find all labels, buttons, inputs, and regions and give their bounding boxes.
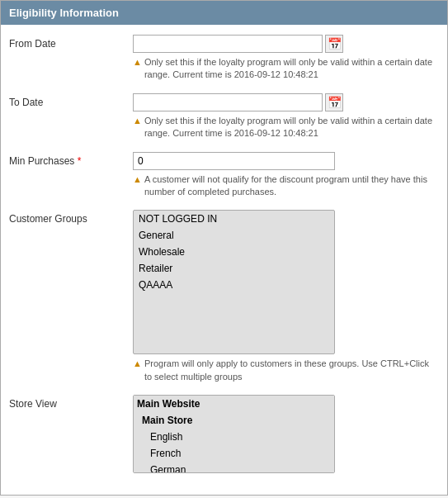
min-purchases-warning-icon: ▲ <box>133 174 142 184</box>
customer-groups-warning-icon: ▲ <box>133 358 142 368</box>
customer-groups-hint: ▲ Program will only apply to customers i… <box>133 358 439 383</box>
store-french[interactable]: French <box>134 445 334 462</box>
group-option-wholesale[interactable]: Wholesale <box>134 244 334 260</box>
from-date-row: From Date 📅 ▲ Only set this if the loyal… <box>9 35 439 82</box>
to-date-hint: ▲ Only set this if the loyalty program w… <box>133 115 439 140</box>
group-option-not-logged-in[interactable]: NOT LOGGED IN <box>134 211 334 227</box>
from-date-label: From Date <box>9 35 133 50</box>
store-main-store[interactable]: Main Store <box>134 412 334 429</box>
to-date-hint-text: Only set this if the loyalty program wil… <box>144 115 439 140</box>
panel-title: Eligibility Information <box>1 1 447 25</box>
store-german[interactable]: German <box>134 462 334 473</box>
group-option-general[interactable]: General <box>134 227 334 244</box>
to-date-warning-icon: ▲ <box>133 116 142 126</box>
to-date-field: 📅 ▲ Only set this if the loyalty program… <box>133 93 439 140</box>
min-purchases-field: ▲ A customer will not qualify for the di… <box>133 152 439 199</box>
customer-groups-field: NOT LOGGED IN General Wholesale Retailer… <box>133 210 439 383</box>
store-view-field: Main Website Main Store English French G… <box>133 395 439 473</box>
eligibility-panel: Eligibility Information From Date 📅 ▲ On… <box>0 0 448 496</box>
store-view-select[interactable]: Main Website Main Store English French G… <box>133 395 335 473</box>
min-purchases-hint-text: A customer will not qualify for the disc… <box>144 173 439 199</box>
from-date-warning-icon: ▲ <box>133 57 142 67</box>
from-date-hint-text: Only set this if the loyalty program wil… <box>144 56 439 82</box>
min-purchases-hint: ▲ A customer will not qualify for the di… <box>133 173 439 199</box>
store-view-label: Store View <box>9 395 133 410</box>
from-date-input[interactable] <box>133 35 323 53</box>
min-purchases-input[interactable] <box>133 152 335 170</box>
to-date-label: To Date <box>9 93 133 108</box>
store-main-website[interactable]: Main Website <box>134 396 334 412</box>
group-option-retailer[interactable]: Retailer <box>134 260 334 277</box>
customer-groups-hint-text: Program will only apply to customers in … <box>144 358 439 383</box>
from-date-hint: ▲ Only set this if the loyalty program w… <box>133 56 439 82</box>
from-date-calendar-icon[interactable]: 📅 <box>325 35 343 53</box>
customer-groups-row: Customer Groups NOT LOGGED IN General Wh… <box>9 210 439 383</box>
store-view-row: Store View Main Website Main Store Engli… <box>9 395 439 473</box>
customer-groups-label: Customer Groups <box>9 210 133 225</box>
to-date-row: To Date 📅 ▲ Only set this if the loyalty… <box>9 93 439 140</box>
min-purchases-row: Min Purchases * ▲ A customer will not qu… <box>9 152 439 199</box>
group-option-qaaaa[interactable]: QAAAA <box>134 277 334 293</box>
store-english[interactable]: English <box>134 429 334 445</box>
to-date-calendar-icon[interactable]: 📅 <box>325 93 343 111</box>
customer-groups-select[interactable]: NOT LOGGED IN General Wholesale Retailer… <box>133 210 335 354</box>
min-purchases-label: Min Purchases * <box>9 152 133 167</box>
min-purchases-required-marker: * <box>78 155 82 167</box>
to-date-input[interactable] <box>133 93 323 111</box>
from-date-field: 📅 ▲ Only set this if the loyalty program… <box>133 35 439 82</box>
